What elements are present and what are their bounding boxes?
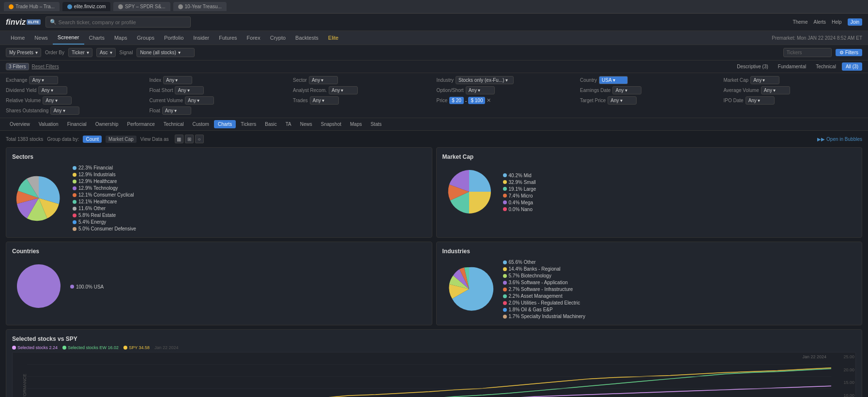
cur-volume-select[interactable]: Any▾: [185, 96, 214, 105]
browser-chrome: Trade Hub – Tra... elite.finviz.com SPY …: [0, 0, 868, 14]
spy-chart-overlay-date: Jan 22 2024: [802, 354, 826, 359]
alerts-btn[interactable]: Alerts: [814, 19, 826, 25]
market-cap-btn[interactable]: Market Cap: [106, 136, 137, 143]
order-dir-select[interactable]: Asc ▾: [96, 48, 116, 57]
float-short-select[interactable]: Any▾: [175, 86, 204, 94]
float-select[interactable]: Any▾: [162, 107, 191, 115]
order-ticker-select[interactable]: Ticker ▾: [68, 48, 92, 57]
signal-select[interactable]: None (all stocks) ▾: [137, 48, 195, 57]
div-yield-select[interactable]: Any▾: [38, 86, 67, 94]
view-tab-basic[interactable]: Basic: [261, 120, 280, 128]
view-tab-maps[interactable]: Maps: [346, 120, 365, 128]
price-max[interactable]: $ 100: [468, 97, 485, 104]
industry-select[interactable]: Stocks only (ex-Fu...)▾: [456, 76, 514, 84]
view-tab-stats[interactable]: Stats: [366, 120, 385, 128]
nav-screener[interactable]: Screener: [53, 31, 84, 45]
view-tab-performance[interactable]: Performance: [123, 120, 159, 128]
tab-treasury[interactable]: 10-Year Treasu...: [173, 2, 227, 11]
main-nav: Home News Screener Charts Maps Groups Po…: [0, 31, 868, 45]
view-tab-valuation[interactable]: Valuation: [35, 120, 62, 128]
trades-select[interactable]: Any▾: [310, 96, 339, 105]
legend-ind-biotech: 5.7% Biotechnology: [503, 273, 585, 278]
country-select[interactable]: USA▾: [599, 76, 628, 84]
view-tab-ta[interactable]: TA: [282, 120, 295, 128]
open-in-bubbles-btn[interactable]: ▶▶ Open in Bubbles: [817, 137, 862, 142]
nav-portfolio[interactable]: Portfolio: [159, 31, 188, 44]
view-tab-snapshot[interactable]: Snapshot: [317, 120, 345, 128]
legend-other: 11.6% Other: [73, 206, 136, 211]
nav-futures[interactable]: Futures: [214, 31, 242, 44]
sectors-content: 22.3% Financial 12.9% Industrials 12.9% …: [12, 165, 426, 231]
nav-crypto[interactable]: Crypto: [265, 31, 290, 44]
subtab-fundamental[interactable]: Fundamental: [774, 62, 810, 71]
tab-finviz[interactable]: elite.finviz.com: [62, 2, 111, 11]
option-short-select[interactable]: Any▾: [466, 86, 495, 94]
nav-charts[interactable]: Charts: [84, 31, 109, 44]
price-clear-icon[interactable]: ✕: [487, 97, 491, 104]
signal-label: Signal: [120, 50, 133, 55]
chart-grid-top: Sectors: [6, 147, 862, 238]
sector-select[interactable]: Any▾: [309, 76, 338, 84]
tab-spy[interactable]: SPY – SPDR S&...: [113, 2, 170, 11]
subtab-all[interactable]: All (3): [842, 62, 862, 71]
price-min[interactable]: $ 20: [449, 97, 463, 104]
legend-dot-consumer-defensive: [73, 227, 76, 231]
nav-elite[interactable]: Elite: [323, 31, 343, 44]
avg-volume-label: Average Volume: [724, 88, 759, 93]
theme-btn[interactable]: Theme: [792, 19, 807, 25]
target-price-select[interactable]: Any▾: [608, 96, 637, 105]
exchange-select[interactable]: Any▾: [29, 76, 58, 84]
view-tab-overview[interactable]: Overview: [6, 120, 34, 128]
legend-mid: 40.2% Mid: [503, 173, 536, 178]
view-icon-treemap[interactable]: ⊞: [185, 135, 194, 143]
cur-volume-filter: Current Volume Any▾: [150, 96, 289, 105]
view-tab-financial[interactable]: Financial: [63, 120, 91, 128]
market-cap-title: Market Cap: [442, 153, 856, 160]
nav-forex[interactable]: Forex: [242, 31, 265, 44]
y-axis: 25.00 20.00 15.00 10.00 5.00 0.00 -5.00: [834, 352, 855, 397]
sectors-pie-chart: [12, 171, 65, 225]
index-select[interactable]: Any▾: [163, 76, 192, 84]
subtab-technical[interactable]: Technical: [812, 62, 840, 71]
ipo-label: IPO Date: [724, 98, 744, 103]
count-btn[interactable]: Count: [83, 136, 102, 143]
nav-backtests[interactable]: Backtests: [290, 31, 323, 44]
shares-select[interactable]: Any▾: [50, 107, 79, 115]
help-btn[interactable]: Help: [832, 19, 842, 25]
rel-volume-select[interactable]: Any▾: [43, 96, 72, 105]
join-btn[interactable]: Join: [848, 18, 862, 26]
nav-maps[interactable]: Maps: [109, 31, 132, 44]
filters-button[interactable]: ⚙ Filters: [836, 49, 862, 56]
nav-news[interactable]: News: [30, 31, 53, 44]
subtab-descriptive[interactable]: Descriptive (3): [733, 62, 772, 71]
industries-card: Industries: [436, 242, 863, 325]
view-tab-technical[interactable]: Technical: [160, 120, 188, 128]
view-tab-charts[interactable]: Charts: [214, 120, 236, 128]
ipo-select[interactable]: Any▾: [746, 96, 775, 105]
view-tab-custom[interactable]: Custom: [188, 120, 213, 128]
analyst-select[interactable]: Any▾: [329, 86, 358, 94]
view-tab-tickers[interactable]: Tickers: [237, 120, 260, 128]
view-icon-bar[interactable]: ▦: [175, 135, 183, 143]
market-cap-select[interactable]: Any▾: [750, 76, 779, 84]
option-short-label: Option/Short: [437, 88, 464, 93]
reset-filters-btn[interactable]: Reset Filters: [32, 64, 59, 69]
legend-ind-other: 65.6% Other: [503, 260, 585, 265]
my-presets-select[interactable]: My Presets ▾: [6, 48, 41, 57]
legend-dot-nano: [503, 207, 507, 211]
view-tab-ownership[interactable]: Ownership: [91, 120, 122, 128]
avg-volume-select[interactable]: Any▾: [761, 86, 790, 94]
nav-home[interactable]: Home: [6, 31, 30, 44]
float-short-label: Float Short: [150, 88, 173, 93]
view-icon-bubble[interactable]: ○: [195, 135, 204, 143]
search-input[interactable]: [59, 19, 186, 25]
view-tab-news[interactable]: News: [296, 120, 316, 128]
nav-groups[interactable]: Groups: [132, 31, 159, 44]
legend-mega: 0.4% Mega: [503, 200, 536, 205]
countries-legend: 100.0% USA: [70, 284, 104, 290]
tickers-input[interactable]: Tickers: [783, 48, 832, 57]
tab-trade-hub[interactable]: Trade Hub – Tra...: [4, 2, 60, 11]
earnings-select[interactable]: Any▾: [612, 86, 641, 94]
sectors-pie-container: [12, 171, 65, 226]
nav-insider[interactable]: Insider: [188, 31, 214, 44]
